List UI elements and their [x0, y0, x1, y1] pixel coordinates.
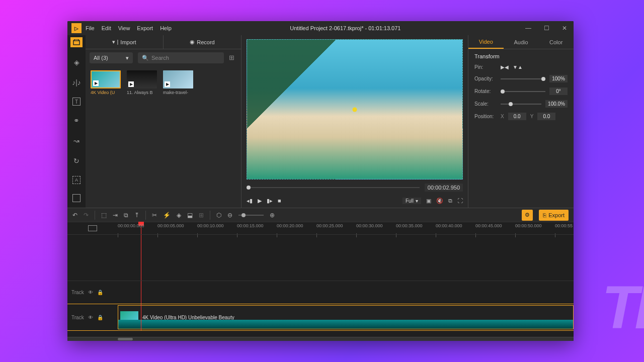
- rotate-label: Rotate:: [474, 88, 497, 94]
- tool-icon[interactable]: ⇥: [113, 212, 118, 219]
- motion-icon[interactable]: ↻: [71, 156, 82, 166]
- media-thumb[interactable]: ▶11. Always B: [127, 70, 157, 95]
- close-button[interactable]: ✕: [555, 21, 574, 35]
- timeline-empty-area[interactable]: [67, 234, 574, 281]
- crop-icon[interactable]: ◈: [177, 212, 181, 219]
- window-title: Untitled Project 2-0617.tkproj* - 01:01:…: [172, 25, 519, 31]
- tool-icon[interactable]: ⬓: [187, 212, 193, 219]
- media-thumb[interactable]: ▶4K Video (U: [91, 70, 121, 95]
- timeline-track[interactable]: Track👁🔒: [67, 281, 574, 304]
- tab-video[interactable]: Video: [468, 35, 504, 49]
- mute-icon[interactable]: 🔇: [436, 198, 443, 204]
- effects-icon[interactable]: ⚭: [71, 116, 82, 126]
- scale-value[interactable]: 100.0%: [545, 100, 568, 108]
- speed-icon[interactable]: ⚡: [163, 212, 171, 219]
- pin-center-icon[interactable]: ▼▲: [513, 64, 523, 70]
- menu-export[interactable]: Export: [137, 25, 153, 31]
- preview-scrubber[interactable]: [247, 187, 420, 188]
- media-filter-dropdown[interactable]: All (3)▾: [90, 52, 133, 63]
- tool-icon[interactable]: ⬚: [101, 212, 107, 219]
- ruler-tick: 00:00:25.000: [316, 223, 343, 228]
- undo-icon[interactable]: ↶: [72, 212, 77, 219]
- ruler-tick: 00:00:55: [555, 223, 573, 228]
- layers-icon[interactable]: ◈: [71, 57, 82, 67]
- transition-icon[interactable]: ↝: [71, 136, 82, 146]
- timeline-toolbar: ↶ ↷ ⬚ ⇥ ⧉ ⤒ ✂ ⚡ ◈ ⬓ ⊞ ⬡ ⊖ ⊕ ⚙ ⎘Export: [67, 208, 574, 222]
- ruler-tick: 00:00:15.000: [237, 223, 264, 228]
- annotation-icon[interactable]: A: [72, 176, 80, 184]
- pos-y-value[interactable]: 0.0: [537, 113, 555, 120]
- grid-view-icon[interactable]: ⊞: [229, 54, 237, 62]
- scale-slider[interactable]: [501, 104, 541, 105]
- tool-icon[interactable]: ⤒: [134, 212, 139, 219]
- track-header-icon[interactable]: [88, 225, 97, 231]
- tab-color[interactable]: Color: [538, 35, 574, 49]
- rotate-value[interactable]: 0°: [549, 87, 568, 95]
- snapshot-icon[interactable]: ▣: [426, 198, 431, 204]
- left-sidebar: ◈ ♪|♪ T ⚭ ↝ ↻ A: [67, 35, 86, 208]
- maximize-button[interactable]: ☐: [537, 21, 555, 35]
- redo-icon[interactable]: ↷: [84, 212, 89, 219]
- ruler-tick: 00:00:45.000: [475, 223, 502, 228]
- search-input[interactable]: 🔍Search: [138, 52, 224, 63]
- transform-handle-icon[interactable]: [353, 107, 357, 112]
- play-button[interactable]: ▶: [258, 198, 262, 204]
- text-icon[interactable]: T: [72, 98, 80, 106]
- track-visibility-icon[interactable]: 👁: [88, 315, 93, 320]
- media-tab-icon[interactable]: [70, 37, 83, 47]
- media-thumb[interactable]: ▶make-travel-: [163, 70, 193, 95]
- timeline-scrollbar[interactable]: [67, 337, 574, 341]
- audio-icon[interactable]: ♪|♪: [71, 77, 82, 87]
- track-visibility-icon[interactable]: 👁: [88, 290, 93, 295]
- opacity-label: Opacity:: [474, 76, 497, 81]
- record-button[interactable]: ◉Record: [164, 35, 241, 49]
- tool-icon[interactable]: ⊞: [199, 212, 204, 219]
- menu-file[interactable]: File: [86, 25, 95, 31]
- track-lock-icon[interactable]: 🔒: [97, 315, 103, 320]
- zoom-in-icon[interactable]: ⊕: [270, 212, 275, 219]
- loop-icon[interactable]: ⧉: [448, 198, 452, 204]
- menu-edit[interactable]: Edit: [102, 25, 111, 31]
- tool-icon[interactable]: ⧉: [124, 212, 128, 219]
- rotate-slider[interactable]: [501, 91, 545, 92]
- transform-section-title: Transform: [474, 53, 568, 59]
- playhead-line: [141, 304, 141, 330]
- tab-audio[interactable]: Audio: [504, 35, 539, 49]
- timeline-track[interactable]: Track👁🔒 4K Video (Ultra HD) Unbelievable…: [67, 304, 574, 331]
- stop-button[interactable]: ■: [278, 198, 281, 204]
- cut-icon[interactable]: ✂: [152, 212, 157, 219]
- export-button[interactable]: ⎘Export: [539, 210, 569, 221]
- ruler-tick: 00:00:30.000: [356, 223, 383, 228]
- pos-x-value[interactable]: 0.0: [508, 113, 526, 120]
- zoom-slider[interactable]: [238, 215, 264, 216]
- play-badge-icon: ▶: [93, 80, 99, 86]
- play-badge-icon: ▶: [165, 81, 170, 87]
- import-button[interactable]: ▾ |Import: [86, 35, 164, 49]
- settings-button[interactable]: ⚙: [522, 210, 533, 221]
- menu-view[interactable]: View: [118, 25, 130, 31]
- opacity-slider[interactable]: [501, 78, 545, 79]
- preview-viewport[interactable]: [247, 39, 463, 179]
- minimize-button[interactable]: —: [519, 21, 537, 35]
- play-badge-icon: ▶: [128, 81, 134, 87]
- zoom-out-icon[interactable]: ⊖: [227, 212, 232, 219]
- fit-dropdown[interactable]: Full▾: [403, 198, 421, 204]
- properties-panel: Video Audio Color Transform Pin: ▶◀ ▼▲ O…: [468, 35, 574, 208]
- fullscreen-icon[interactable]: ⛶: [457, 198, 463, 204]
- scale-label: Scale:: [474, 101, 497, 107]
- timeline-clip[interactable]: 4K Video (Ultra HD) Unbelievable Beauty: [118, 305, 574, 329]
- watermark: TK: [602, 273, 644, 342]
- track-label: Track: [71, 315, 84, 320]
- media-thumbnails: ▶4K Video (U ▶11. Always B ▶make-travel-: [86, 66, 241, 99]
- media-panel: ▾ |Import ◉Record All (3)▾ 🔍Search ⊞ ▶4K…: [86, 35, 242, 208]
- marker-icon[interactable]: ⬡: [216, 212, 221, 219]
- aspect-icon[interactable]: [72, 194, 80, 202]
- opacity-value[interactable]: 100%: [549, 75, 568, 82]
- timeline-ruler[interactable]: 00:00:00.00000:00:05.00000:00:10.00000:0…: [118, 222, 574, 234]
- track-lock-icon[interactable]: 🔒: [97, 290, 103, 295]
- menu-help[interactable]: Help: [160, 25, 172, 31]
- pin-left-icon[interactable]: ▶◀: [501, 64, 509, 70]
- prev-frame-button[interactable]: ◂▮: [247, 198, 253, 204]
- ruler-tick: 00:00:10.000: [197, 223, 224, 228]
- next-frame-button[interactable]: ▮▸: [267, 198, 273, 204]
